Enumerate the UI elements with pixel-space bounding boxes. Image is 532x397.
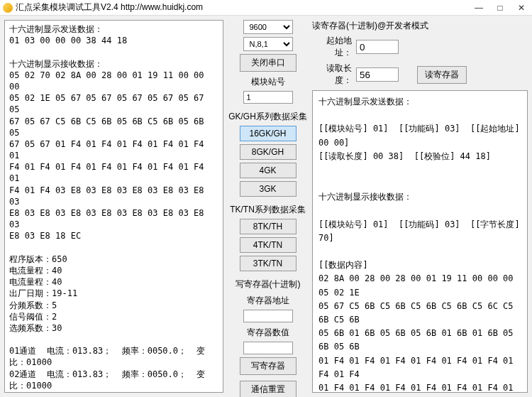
start-addr-input[interactable] bbox=[356, 40, 399, 54]
btn-4tk[interactable]: 4TK/TN bbox=[240, 237, 297, 253]
reg-val-input[interactable] bbox=[243, 342, 293, 354]
close-port-button[interactable]: 关闭串口 bbox=[240, 54, 297, 72]
window-titlebar: 汇点采集模块调试工具V2.4 http://www.huidkj.com — □… bbox=[0, 0, 532, 16]
parity-select[interactable]: N,8,1 bbox=[243, 37, 293, 51]
reg-val-label: 寄存器数值 bbox=[247, 327, 289, 339]
minimize-button[interactable]: — bbox=[468, 0, 489, 16]
gk-group-label: GK/GH系列数据采集 bbox=[228, 111, 307, 123]
app-icon bbox=[3, 3, 13, 13]
btn-3tk[interactable]: 3TK/TN bbox=[240, 256, 297, 271]
right-log-panel: 十六进制显示发送数据： [[模块站号] 01] [[功能码] 03] [[起始地… bbox=[312, 90, 528, 393]
maximize-button[interactable]: □ bbox=[489, 0, 511, 16]
window-title: 汇点采集模块调试工具V2.4 http://www.huidkj.com bbox=[16, 1, 203, 13]
btn-3gk[interactable]: 3GK bbox=[240, 181, 297, 197]
reg-addr-label: 寄存器地址 bbox=[247, 295, 289, 307]
read-reg-button[interactable]: 读寄存器 bbox=[417, 66, 467, 84]
baud-select[interactable]: 9600 bbox=[243, 20, 293, 34]
write-reg-button[interactable]: 写寄存器 bbox=[240, 357, 297, 375]
tk-group-label: TK/TN系列数据采集 bbox=[230, 204, 306, 216]
station-label: 模块站号 bbox=[251, 76, 285, 88]
btn-16gk[interactable]: 16GK/GH bbox=[240, 126, 297, 141]
write-group-label: 写寄存器(十进制) bbox=[235, 278, 301, 290]
station-input[interactable] bbox=[243, 91, 293, 104]
btn-8gk[interactable]: 8GK/GH bbox=[240, 144, 297, 160]
read-len-label: 读取长度： bbox=[312, 62, 352, 87]
start-addr-label: 起始地址： bbox=[312, 35, 352, 59]
read-len-input[interactable] bbox=[356, 67, 399, 82]
left-log-panel: 十六进制显示发送数据： 01 03 00 00 00 38 44 18 十六进制… bbox=[4, 20, 223, 393]
btn-8tk[interactable]: 8TK/TH bbox=[240, 219, 297, 234]
reg-addr-input[interactable] bbox=[243, 310, 293, 322]
close-button[interactable]: ✕ bbox=[511, 0, 532, 16]
comm-reset-button[interactable]: 通信重置 bbox=[240, 381, 297, 397]
btn-4gk[interactable]: 4GK bbox=[240, 163, 297, 178]
read-reg-header: 读寄存器(十进制)@开发者模式 bbox=[312, 20, 528, 32]
